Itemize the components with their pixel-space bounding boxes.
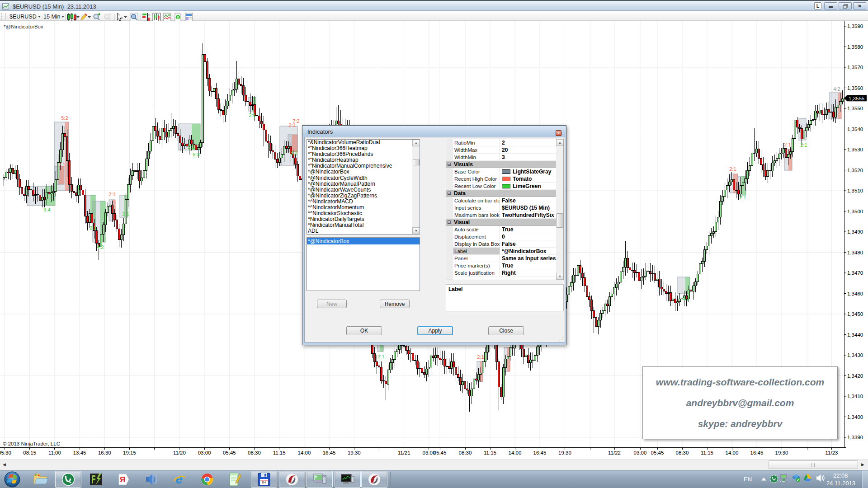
svg-text:1,3390: 1,3390 (847, 435, 863, 440)
svg-text:1,3450: 1,3450 (847, 311, 863, 317)
svg-text:© 2013 NinjaTrader, LLC: © 2013 NinjaTrader, LLC (3, 441, 60, 446)
svg-text:8:3: 8:3 (193, 152, 199, 157)
svg-text:03:00: 03:00 (634, 450, 647, 455)
svg-text:05:45: 05:45 (651, 450, 664, 455)
svg-text:1,3460: 1,3460 (847, 291, 863, 296)
svg-text:2:1: 2:1 (784, 142, 791, 147)
svg-text:4:2: 4:2 (97, 244, 104, 250)
svg-text:1,3555: 1,3555 (849, 96, 864, 101)
svg-text:11/21: 11/21 (398, 450, 410, 455)
svg-text:1,3470: 1,3470 (847, 270, 863, 276)
svg-text:03:00: 03:00 (198, 450, 211, 455)
svg-text:19:30: 19:30 (348, 450, 361, 455)
svg-text:1,3410: 1,3410 (847, 394, 863, 399)
svg-text:*@NindicatorBox: *@NindicatorBox (4, 24, 43, 29)
svg-text:3:1: 3:1 (290, 150, 297, 155)
svg-text:19:30: 19:30 (558, 450, 571, 455)
svg-text:08:30: 08:30 (248, 450, 261, 455)
svg-text:14:00: 14:00 (509, 450, 522, 455)
svg-text:1,3570: 1,3570 (847, 65, 863, 70)
svg-text:4:2: 4:2 (833, 86, 840, 92)
svg-text:2:1: 2:1 (477, 354, 484, 360)
svg-text:11/20: 11/20 (173, 450, 186, 455)
svg-text:2:1: 2:1 (249, 113, 255, 118)
svg-text:11:15: 11:15 (273, 450, 286, 455)
svg-text:1,3400: 1,3400 (847, 414, 863, 420)
svg-text:1,3440: 1,3440 (847, 332, 863, 338)
svg-text:2:1: 2:1 (800, 142, 807, 148)
svg-text:2:1: 2:1 (58, 162, 65, 167)
svg-text:1,3510: 1,3510 (847, 188, 863, 193)
svg-text:1,3490: 1,3490 (847, 229, 863, 235)
svg-text:1,3560: 1,3560 (847, 85, 863, 91)
svg-text:14:00: 14:00 (726, 450, 739, 455)
svg-text:$: $ (177, 15, 179, 20)
svg-text:1,3580: 1,3580 (847, 44, 863, 50)
svg-text:2:1: 2:1 (377, 354, 384, 359)
svg-text:2:1: 2:1 (188, 144, 194, 150)
svg-text:2:1: 2:1 (288, 122, 295, 128)
svg-text:16:45: 16:45 (750, 450, 764, 455)
svg-text:11/23: 11/23 (826, 450, 838, 455)
svg-text:14:00: 14:00 (298, 450, 311, 455)
svg-text:05:45: 05:45 (223, 450, 236, 455)
svg-text:1,3530: 1,3530 (847, 147, 863, 152)
svg-text:1,3540: 1,3540 (847, 127, 863, 132)
svg-text:11/22: 11/22 (608, 450, 621, 455)
svg-text:2:1: 2:1 (122, 211, 129, 216)
svg-text:1,3430: 1,3430 (847, 352, 863, 358)
svg-text:e: e (175, 472, 183, 486)
svg-text:1,3480: 1,3480 (847, 250, 863, 255)
svg-text:4:2: 4:2 (682, 296, 689, 301)
svg-text:16:45: 16:45 (533, 450, 547, 455)
svg-text:16:45: 16:45 (323, 450, 336, 455)
svg-text:2:1: 2:1 (108, 192, 115, 197)
svg-text:05:45: 05:45 (434, 450, 447, 455)
svg-text:2:1: 2:1 (739, 195, 746, 200)
svg-text:1,3500: 1,3500 (847, 209, 863, 214)
svg-text:19:15: 19:15 (123, 450, 136, 455)
svg-text:1,3550: 1,3550 (847, 106, 863, 111)
svg-text:1,3420: 1,3420 (847, 373, 863, 379)
svg-text:08:30: 08:30 (676, 450, 689, 455)
svg-text:13:45: 13:45 (73, 450, 86, 455)
svg-text:08:30: 08:30 (459, 450, 472, 455)
svg-text:19:30: 19:30 (775, 450, 788, 455)
svg-text:2:1: 2:1 (90, 225, 96, 230)
svg-text:05:30: 05:30 (0, 450, 11, 455)
svg-text:11:15: 11:15 (484, 450, 496, 455)
svg-text:08:15: 08:15 (23, 450, 36, 455)
svg-text:5:2: 5:2 (61, 115, 68, 121)
svg-text:11:00: 11:00 (48, 450, 61, 455)
svg-text:16:30: 16:30 (98, 450, 111, 455)
svg-text:2:1: 2:1 (729, 166, 736, 172)
svg-text:Б4: Б4 (262, 481, 266, 484)
svg-text:Я: Я (119, 475, 125, 484)
svg-text:1,3590: 1,3590 (847, 23, 863, 29)
svg-text:11:15: 11:15 (701, 450, 713, 455)
svg-text:1,3520: 1,3520 (847, 168, 863, 173)
svg-text:9:4: 9:4 (43, 207, 50, 212)
